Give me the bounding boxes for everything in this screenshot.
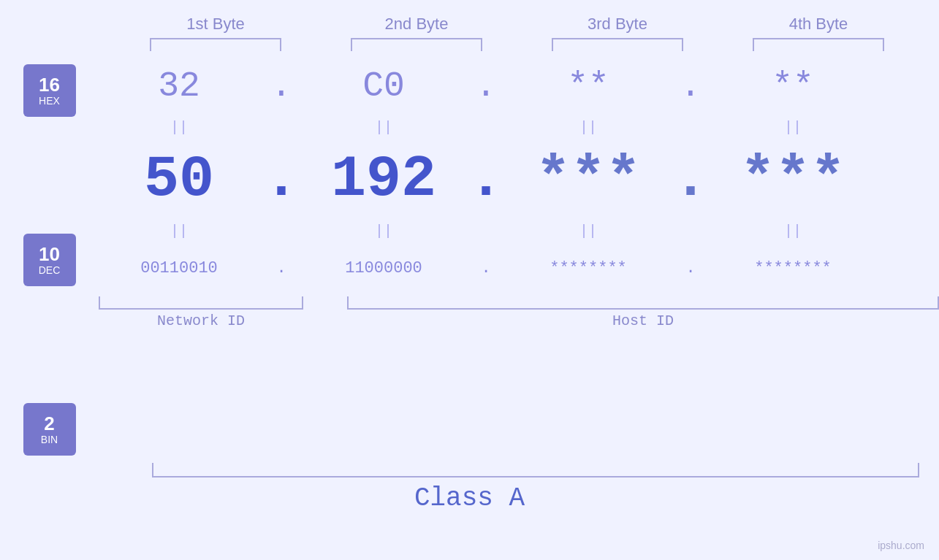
- dec-byte3: ***: [508, 146, 669, 212]
- dec-badge-label: DEC: [39, 264, 61, 276]
- dec-badge: 10 DEC: [23, 234, 76, 286]
- bin-badge-number: 2: [44, 413, 54, 434]
- eq1-b2: ||: [303, 119, 464, 136]
- bracket-byte1: [150, 38, 281, 51]
- bin-dot2: .: [464, 259, 508, 277]
- byte1-header: 1st Byte: [135, 15, 296, 34]
- values-area: 32 . C0 . ** . ** || || || || 50: [99, 57, 939, 456]
- eq2-b3: ||: [508, 223, 669, 239]
- id-labels-row: Network ID Host ID: [99, 312, 939, 329]
- dec-dot3: .: [669, 146, 712, 212]
- bin-byte4: ********: [712, 259, 873, 277]
- eq2-b4: ||: [712, 223, 873, 239]
- bin-badge-label: BIN: [41, 434, 58, 445]
- main-container: 1st Byte 2nd Byte 3rd Byte 4th Byte 16 H…: [0, 0, 939, 560]
- top-brackets: [115, 38, 919, 51]
- dec-byte2: 192: [303, 146, 464, 212]
- network-id-label: Network ID: [99, 312, 303, 329]
- bin-byte3: ********: [508, 259, 669, 277]
- badges-column: 16 HEX 10 DEC 2 BIN: [0, 57, 99, 456]
- bin-values-row: 00110010 . 11000000 . ******** . *******…: [99, 242, 924, 294]
- content-area: 16 HEX 10 DEC 2 BIN 32 . C0 . **: [0, 57, 939, 456]
- bin-dot1: .: [259, 259, 303, 277]
- byte4-header: 4th Byte: [738, 15, 899, 34]
- eq2-b2: ||: [303, 223, 464, 239]
- bin-byte2: 11000000: [303, 259, 464, 277]
- hex-byte4: **: [712, 66, 873, 106]
- hex-badge: 16 HEX: [23, 64, 76, 117]
- bin-badge: 2 BIN: [23, 403, 76, 456]
- hex-dot3: .: [669, 66, 712, 106]
- host-id-label: Host ID: [347, 312, 939, 329]
- hex-byte2: C0: [303, 66, 464, 106]
- eq1-b1: ||: [99, 119, 259, 136]
- class-bracket: [152, 463, 919, 477]
- network-id-bracket: [99, 296, 303, 310]
- hex-badge-number: 16: [39, 74, 60, 96]
- hex-byte1: 32: [99, 66, 259, 106]
- bin-dot3: .: [669, 259, 712, 277]
- host-id-bracket: [347, 296, 939, 310]
- hex-dot2: .: [464, 66, 508, 106]
- eq1-b4: ||: [712, 119, 873, 136]
- dec-badge-number: 10: [39, 244, 60, 265]
- bottom-brackets-row: [99, 296, 939, 310]
- bracket-byte3: [552, 38, 683, 51]
- equals-row-1: || || || ||: [99, 115, 924, 139]
- bin-byte1: 00110010: [99, 259, 259, 277]
- dec-values-row: 50 . 192 . *** . ***: [99, 139, 924, 219]
- eq1-b3: ||: [508, 119, 669, 136]
- class-label: Class A: [414, 483, 525, 513]
- watermark: ipshu.com: [878, 540, 924, 551]
- bracket-byte2: [351, 38, 482, 51]
- dec-dot1: .: [259, 146, 303, 212]
- hex-byte3: **: [508, 66, 669, 106]
- dec-byte1: 50: [99, 146, 259, 212]
- eq2-b1: ||: [99, 223, 259, 239]
- hex-values-row: 32 . C0 . ** . **: [99, 57, 924, 115]
- byte2-header: 2nd Byte: [336, 15, 497, 34]
- hex-badge-label: HEX: [39, 95, 60, 107]
- bracket-byte4: [753, 38, 884, 51]
- hex-dot1: .: [259, 66, 303, 106]
- dec-byte4: ***: [712, 146, 873, 212]
- dec-dot2: .: [464, 146, 508, 212]
- equals-row-2: || || || ||: [99, 219, 924, 242]
- byte3-header: 3rd Byte: [537, 15, 698, 34]
- byte-headers-row: 1st Byte 2nd Byte 3rd Byte 4th Byte: [115, 15, 919, 34]
